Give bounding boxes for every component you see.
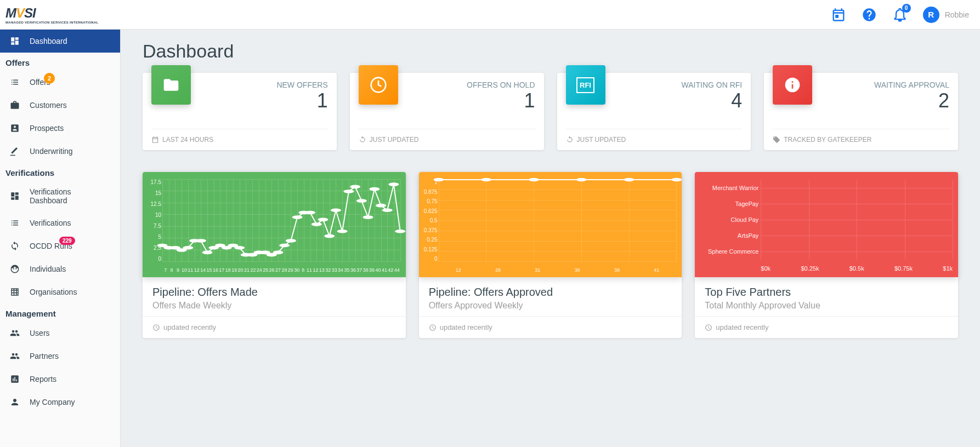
notifications-icon[interactable]: 0	[892, 7, 908, 22]
svg-point-40	[481, 178, 491, 182]
svg-point-28	[331, 208, 341, 212]
sidebar-item-label: Partners	[30, 352, 59, 360]
svg-point-34	[369, 187, 379, 191]
chart-title: Pipeline: Offers Approved	[429, 286, 672, 299]
sidebar-item-partners[interactable]: Partners	[0, 345, 120, 368]
svg-point-21	[286, 239, 296, 243]
svg-point-22	[292, 215, 303, 219]
svg-point-36	[382, 208, 393, 212]
chart-title: Top Five Partners	[705, 286, 948, 299]
sidebar-item-my-company[interactable]: My Company	[0, 391, 120, 414]
svg-point-20	[279, 244, 290, 248]
svg-point-26	[318, 218, 328, 222]
svg-point-35	[376, 204, 386, 208]
chart-card[interactable]: Merchant WarriorTagePayCloud PayArtsPayS…	[695, 172, 958, 338]
folder-icon	[151, 65, 191, 105]
chart-card[interactable]: 02.557.51012.51517.5 7891011121415161718…	[143, 172, 406, 338]
nav-section: Verifications	[0, 163, 120, 181]
sidebar-item-label: Reports	[30, 375, 56, 383]
sidebar-item-label: Individuals	[30, 265, 66, 273]
svg-point-25	[311, 222, 322, 226]
calendar-icon[interactable]	[831, 7, 846, 22]
sidebar-item-verifications-dashboard[interactable]: Verifications Dashboard	[0, 181, 120, 211]
svg-point-38	[395, 230, 405, 233]
stat-card[interactable]: NEW OFFERS 1 LAST 24 HOURS	[143, 73, 337, 150]
chart-footer: updated recently	[419, 316, 682, 338]
svg-point-24	[305, 211, 315, 215]
svg-point-19	[273, 251, 283, 255]
sidebar-item-individuals[interactable]: Individuals	[0, 257, 120, 280]
stat-card[interactable]: WAITING APPROVAL 2 TRACKED BY GATEKEEPER	[764, 73, 958, 150]
stat-value: 1	[467, 89, 535, 112]
svg-point-8	[202, 251, 213, 255]
sync-icon	[10, 241, 20, 251]
report-icon	[10, 374, 20, 384]
sidebar-item-dashboard[interactable]: Dashboard	[0, 30, 120, 53]
svg-point-27	[324, 234, 335, 238]
chart-plot	[439, 180, 677, 262]
logo[interactable]: MVSI MANAGED VERIFICATION SERVICES INTER…	[5, 5, 99, 24]
svg-point-7	[196, 239, 206, 243]
svg-point-39	[433, 178, 444, 182]
sidebar-item-ocdd-runs[interactable]: OCDD Runs229	[0, 234, 120, 257]
sidebar-item-offers[interactable]: Offers2	[0, 71, 120, 94]
avatar: R	[923, 7, 939, 23]
sidebar-item-customers[interactable]: Customers	[0, 94, 120, 117]
svg-point-41	[529, 178, 539, 182]
sidebar-item-verifications[interactable]: Verifications	[0, 211, 120, 234]
sidebar-item-prospects[interactable]: Prospects	[0, 117, 120, 140]
sidebar-item-reports[interactable]: Reports	[0, 368, 120, 391]
face-icon	[10, 264, 20, 274]
logo-text: MVSI	[5, 5, 36, 21]
stat-footer: JUST UPDATED	[359, 129, 535, 150]
x-axis: 122831363841	[439, 267, 677, 273]
sidebar-item-organisations[interactable]: Organisations	[0, 280, 120, 303]
stat-footer: TRACKED BY GATEKEEPER	[773, 129, 949, 150]
svg-point-42	[576, 178, 586, 182]
y-axis: 00.1250.250.3750.50.6250.750.8751	[421, 180, 438, 262]
svg-point-13	[234, 246, 245, 250]
stat-label: WAITING APPROVAL	[874, 81, 949, 89]
stats-row: NEW OFFERS 1 LAST 24 HOURS OFFERS ON HOL…	[143, 73, 958, 150]
stat-value: 2	[874, 89, 949, 112]
contact-icon	[10, 123, 20, 133]
nav-section: Management	[0, 303, 120, 322]
username: Robbie	[945, 10, 969, 19]
svg-point-44	[671, 178, 682, 182]
briefcase-icon	[10, 100, 20, 110]
chart-card[interactable]: 00.1250.250.3750.50.6250.750.8751 122831…	[419, 172, 682, 338]
x-axis: $0k$0.25k$0.5k$0.75k$1k	[761, 265, 953, 272]
person-icon	[10, 397, 20, 407]
nav-section: Offers	[0, 53, 120, 71]
help-icon[interactable]	[862, 7, 877, 22]
chart-area: 00.1250.250.3750.50.6250.750.8751 122831…	[419, 172, 682, 277]
stat-card[interactable]: OFFERS ON HOLD 1 JUST UPDATED	[350, 73, 544, 150]
svg-point-43	[624, 178, 634, 182]
chart-footer: updated recently	[695, 316, 958, 338]
chart-plot	[162, 180, 400, 262]
sidebar-item-label: Underwriting	[30, 147, 73, 156]
sidebar-item-label: Verifications Dashboard	[30, 187, 110, 205]
svg-point-5	[183, 246, 193, 250]
chart-area: Merchant WarriorTagePayCloud PayArtsPayS…	[695, 172, 958, 277]
sidebar-item-label: My Company	[30, 398, 75, 406]
stat-card[interactable]: RFI WAITING ON RFI 4 JUST UPDATED	[557, 73, 751, 150]
sidebar-item-underwriting[interactable]: Underwriting	[0, 140, 120, 163]
svg-point-37	[388, 182, 399, 186]
sidebar-item-users[interactable]: Users	[0, 322, 120, 345]
rfi-icon: RFI	[566, 65, 605, 105]
chart-title: Pipeline: Offers Made	[152, 286, 396, 299]
chart-area: 02.557.51012.51517.5 7891011121415161718…	[143, 172, 406, 277]
chart-subtitle: Offers Approved Weekly	[429, 301, 672, 311]
info-icon	[773, 65, 812, 105]
badge: 2	[44, 73, 55, 84]
sidebar-item-label: Dashboard	[30, 37, 67, 45]
svg-point-29	[337, 230, 348, 233]
people-icon	[10, 351, 20, 361]
header: MVSI MANAGED VERIFICATION SERVICES INTER…	[0, 0, 980, 30]
sidebar-item-label: Prospects	[30, 124, 64, 133]
badge: 229	[59, 237, 75, 245]
svg-point-32	[356, 199, 367, 203]
x-axis: 7891011121415161718192021222425262728293…	[162, 267, 400, 273]
user-menu[interactable]: R Robbie	[923, 7, 969, 23]
